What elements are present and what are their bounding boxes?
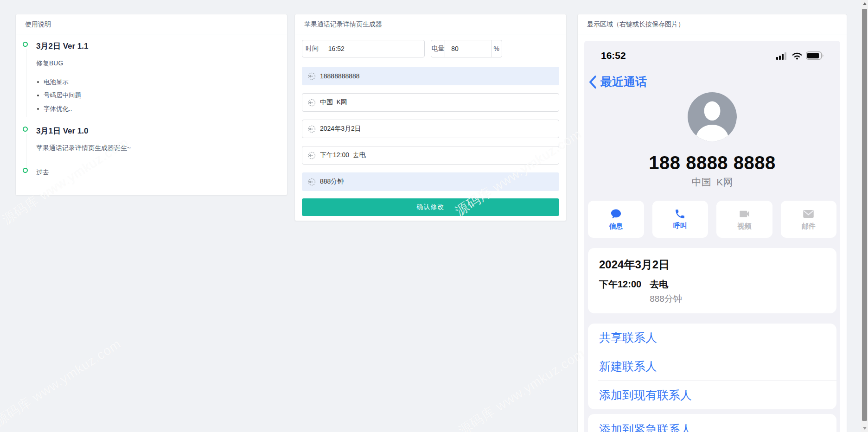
share-contact-link[interactable]: 共享联系人 bbox=[588, 324, 836, 352]
add-to-existing-contact-link[interactable]: 添加到现有联系人 bbox=[588, 381, 836, 409]
avatar bbox=[688, 92, 737, 141]
battery-input[interactable] bbox=[445, 40, 491, 57]
timeline-item-past: 过去 bbox=[25, 166, 278, 178]
refresh-left-icon bbox=[308, 178, 316, 186]
timeline-content: 修复BUG bbox=[36, 58, 278, 68]
timeline-item-v1-0: 3月1日 Ver 1.0 苹果通话记录详情页生成器诞生~ bbox=[25, 126, 278, 166]
video-button: 视频 bbox=[716, 201, 772, 238]
battery-icon bbox=[806, 51, 824, 60]
person-icon bbox=[688, 92, 737, 141]
date-input[interactable] bbox=[320, 125, 553, 133]
timeline-tail bbox=[26, 134, 26, 168]
emergency-contact-card: 添加到紧急联系人 bbox=[588, 414, 836, 432]
timeline-item-v1-1: 3月2日 Ver 1.1 修复BUG 电池显示 号码居中问题 字体优化.. bbox=[25, 41, 278, 115]
back-button[interactable]: 最近通话 bbox=[584, 74, 840, 89]
scrollbar-up-arrow[interactable] bbox=[861, 0, 868, 7]
timeline-title: 3月1日 Ver 1.0 bbox=[36, 126, 278, 137]
timeline: 3月2日 Ver 1.1 修复BUG 电池显示 号码居中问题 字体优化.. 3月… bbox=[16, 34, 287, 178]
page: 使用说明 3月2日 Ver 1.1 修复BUG 电池显示 号码居中问题 字体优化… bbox=[0, 0, 868, 432]
call-record-duration: 888分钟 bbox=[650, 293, 825, 305]
status-time: 16:52 bbox=[601, 50, 626, 61]
phone-preview: 16:52 最近通话 188 8888 8888 中国 K网 信息 bbox=[584, 41, 840, 432]
scrollbar-down-arrow[interactable] bbox=[861, 425, 868, 432]
timeline-title: 3月2日 Ver 1.1 bbox=[36, 41, 278, 52]
timeline-bullet: 字体优化.. bbox=[36, 102, 278, 115]
contact-links-card: 共享联系人 新建联系人 添加到现有联系人 bbox=[588, 324, 836, 409]
usage-notes-title: 使用说明 bbox=[16, 14, 287, 34]
contact-phone-number: 188 8888 8888 bbox=[584, 152, 840, 173]
refresh-left-icon bbox=[308, 72, 316, 80]
battery-label: 电量 bbox=[431, 40, 445, 57]
phone-number-input[interactable] bbox=[320, 72, 553, 80]
action-label: 信息 bbox=[609, 222, 623, 231]
action-buttons-row: 信息 呼叫 视频 邮件 bbox=[588, 201, 836, 238]
generator-panel: 苹果通话记录详情页生成器 时间 电量 % bbox=[294, 14, 567, 221]
mail-icon bbox=[802, 208, 815, 220]
wifi-icon bbox=[791, 52, 803, 60]
add-emergency-contact-link[interactable]: 添加到紧急联系人 bbox=[599, 422, 825, 432]
battery-unit-label: % bbox=[491, 40, 502, 57]
timeline-bullet: 电池显示 bbox=[36, 75, 278, 89]
timeline-node-icon bbox=[23, 42, 28, 47]
signal-icon bbox=[776, 52, 788, 60]
watermark: 源码库 www.ymkuz.com bbox=[0, 335, 124, 430]
refresh-left-icon bbox=[308, 99, 316, 107]
browser-scrollbar[interactable] bbox=[861, 0, 868, 432]
triangle-up-icon bbox=[863, 2, 867, 5]
timeline-node-icon bbox=[23, 168, 28, 173]
triangle-down-icon bbox=[863, 427, 867, 430]
call-record-detail: 下午12:00 去电 888分钟 bbox=[599, 278, 825, 305]
generator-title: 苹果通话记录详情页生成器 bbox=[295, 14, 566, 34]
scrollbar-thumb[interactable] bbox=[862, 9, 867, 421]
video-icon bbox=[738, 208, 751, 220]
action-label: 视频 bbox=[737, 222, 751, 231]
preview-panel: 显示区域（右键或长按保存图片） 16:52 最近通话 188 8888 8888… bbox=[577, 14, 847, 432]
battery-input-group: 电量 % bbox=[431, 40, 502, 57]
call-record-time: 下午12:00 bbox=[599, 278, 641, 291]
watermark: 源码库 www.ymkuz.com bbox=[455, 344, 588, 432]
mail-button: 邮件 bbox=[781, 201, 837, 238]
timeline-title: 过去 bbox=[36, 166, 278, 178]
message-icon bbox=[610, 208, 622, 220]
time-label: 时间 bbox=[302, 40, 322, 57]
refresh-left-icon bbox=[308, 152, 316, 159]
call-record-date: 2024年3月2日 bbox=[599, 257, 825, 272]
message-button[interactable]: 信息 bbox=[588, 201, 644, 238]
timeline-bullet-list: 电池显示 号码居中问题 字体优化.. bbox=[36, 75, 278, 115]
phone-number-field[interactable] bbox=[302, 67, 559, 85]
status-bar: 16:52 bbox=[584, 41, 840, 61]
status-icons bbox=[776, 51, 824, 60]
calltime-field[interactable] bbox=[302, 146, 559, 165]
preview-title: 显示区域（右键或长按保存图片） bbox=[578, 14, 847, 34]
time-input[interactable] bbox=[322, 40, 424, 57]
new-contact-link[interactable]: 新建联系人 bbox=[588, 352, 836, 381]
duration-field[interactable] bbox=[302, 172, 559, 191]
duration-input[interactable] bbox=[320, 178, 553, 185]
chevron-left-icon bbox=[588, 75, 597, 89]
timeline-content: 苹果通话记录详情页生成器诞生~ bbox=[36, 143, 278, 152]
timeline-bullet: 号码居中问题 bbox=[36, 89, 278, 102]
call-record-card: 2024年3月2日 下午12:00 去电 888分钟 bbox=[588, 248, 836, 313]
timeline-node-icon bbox=[23, 127, 28, 132]
phone-icon bbox=[674, 208, 686, 220]
refresh-left-icon bbox=[308, 125, 316, 133]
timeline-tail bbox=[26, 49, 26, 117]
action-label: 邮件 bbox=[802, 222, 816, 231]
confirm-button[interactable]: 确认修改 bbox=[302, 198, 559, 216]
generator-form: 时间 电量 % bbox=[295, 34, 566, 216]
call-button[interactable]: 呼叫 bbox=[652, 201, 708, 238]
usage-notes-panel: 使用说明 3月2日 Ver 1.1 修复BUG 电池显示 号码居中问题 字体优化… bbox=[15, 14, 287, 196]
date-field[interactable] bbox=[302, 120, 559, 138]
calltime-input[interactable] bbox=[320, 152, 553, 159]
back-label: 最近通话 bbox=[600, 74, 647, 89]
carrier-input[interactable] bbox=[320, 99, 553, 106]
carrier-field[interactable] bbox=[302, 93, 559, 112]
contact-carrier: 中国 K网 bbox=[584, 176, 840, 189]
time-battery-row: 时间 电量 % bbox=[302, 40, 559, 57]
call-record-type: 去电 bbox=[650, 278, 825, 291]
time-input-group: 时间 bbox=[302, 40, 425, 57]
action-label: 呼叫 bbox=[673, 222, 687, 230]
